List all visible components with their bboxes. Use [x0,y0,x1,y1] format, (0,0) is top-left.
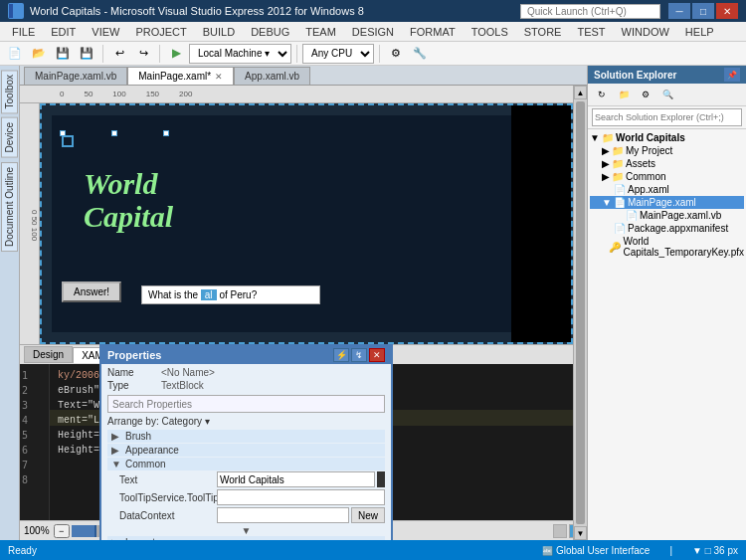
properties-sort-button[interactable]: ⚡ [333,348,349,362]
redo-button[interactable]: ↪ [132,44,154,64]
props-datacontext-input[interactable] [217,507,349,523]
tree-common[interactable]: ▶ 📁 Common [590,170,744,183]
global-user-interface-label: 🔤 Global User Interface [542,545,650,556]
new-project-button[interactable]: 📄 [4,44,26,64]
solution-search-input[interactable] [592,108,742,126]
props-tooltip-row: ToolTipService.ToolTip [107,489,385,505]
black-area [511,105,571,342]
props-section-layout[interactable]: ▶ Layout [107,536,385,540]
scroll-up-button[interactable]: ▲ [574,86,587,99]
solution-explorer-title[interactable]: Solution Explorer 📌 [588,66,746,84]
sol-btn-3[interactable]: ⚙ [636,86,655,103]
properties-label: Properties [107,349,161,361]
save-all-button[interactable]: 💾 [76,44,97,64]
menu-debug[interactable]: DEBUG [243,24,297,40]
handle-tc[interactable] [111,130,117,136]
design-canvas[interactable]: 050100150200 0 50 100 WorldCapital [20,86,587,344]
tool1[interactable]: ⚙ [385,44,407,64]
handle-tr[interactable] [163,130,169,136]
minimize-button[interactable]: ─ [668,3,690,19]
sol-btn-2[interactable]: 📁 [614,86,634,103]
zoom-level: 100% [24,525,50,536]
common-toggle-icon: ▼ [111,459,121,469]
props-type-value: TextBlock [161,380,385,391]
scroll-down-button[interactable]: ▼ [574,526,587,540]
tree-mainpage-vb[interactable]: 📄 MainPage.xaml.vb [590,209,744,222]
text-selection-box[interactable]: WorldCapital [62,135,74,147]
window-controls: ─ □ ✕ [668,3,738,19]
document-outline-tab[interactable]: Document Outline [1,162,18,252]
tab-design[interactable]: Design [24,346,73,363]
code-line-1: ky/2006" [58,368,105,383]
target-dropdown[interactable]: Local Machine ▾ [189,44,291,64]
tree-package[interactable]: 📄 Package.appxmanifest [590,222,744,235]
quick-launch-input[interactable] [520,4,660,19]
appearance-toggle-icon: ▶ [111,445,121,456]
tree-my-project[interactable]: ▶ 📁 My Project [590,144,744,157]
tool2[interactable]: 🔧 [409,44,431,64]
device-tab[interactable]: Device [1,117,18,158]
close-button[interactable]: ✕ [716,3,738,19]
properties-search-input[interactable] [107,395,385,413]
menu-file[interactable]: FILE [4,24,43,40]
menu-window[interactable]: WINDOW [614,24,677,40]
main-layout: Toolbox Device Document Outline MainPage… [0,66,746,540]
sol-btn-1[interactable]: ↻ [592,86,612,103]
tab-app-xaml-vb[interactable]: App.xaml.vb [234,67,310,85]
appearance-label: Appearance [125,445,179,456]
sol-btn-4[interactable]: 🔍 [657,86,677,103]
properties-close-button[interactable]: ✕ [369,348,385,362]
props-section-common[interactable]: ▼ Common [107,458,385,470]
tab-close-icon[interactable]: ✕ [215,72,223,82]
menu-test[interactable]: TEST [569,24,613,40]
tree-root[interactable]: ▼ 📁 World Capitals [590,131,744,144]
menu-view[interactable]: VIEW [84,24,127,40]
menu-help[interactable]: HELP [677,24,722,40]
props-text-label: Text [107,474,217,485]
package-icon: 📄 [614,223,626,234]
properties-title-bar[interactable]: Properties ⚡ ↯ ✕ [101,346,391,364]
menu-design[interactable]: DESIGN [344,24,402,40]
maximize-button[interactable]: □ [692,3,714,19]
menu-build[interactable]: BUILD [195,24,243,40]
zoom-out-button[interactable]: − [54,524,70,538]
properties-event-button[interactable]: ↯ [351,348,367,362]
save-button[interactable]: 💾 [52,44,74,64]
tree-mainpage-xaml[interactable]: ▼ 📄 MainPage.xaml [590,196,744,209]
common-icon: 📁 [612,171,624,182]
open-button[interactable]: 📂 [28,44,50,64]
tab-mainpage-vb[interactable]: MainPage.xaml.vb [24,67,127,85]
new-button[interactable]: New [351,507,385,523]
props-section-brush[interactable]: ▶ Brush [107,430,385,443]
props-section-appearance[interactable]: ▶ Appearance [107,444,385,457]
tree-assets[interactable]: ▶ 📁 Assets [590,157,744,170]
undo-button[interactable]: ↩ [108,44,130,64]
props-expand-more[interactable]: ▼ [107,525,385,536]
status-ready: Ready [8,545,37,556]
menu-store[interactable]: STORE [516,24,570,40]
app-canvas[interactable]: WorldCapital Answer! What is the al of P… [52,115,511,332]
menu-project[interactable]: PROJECT [127,24,194,40]
pin-button[interactable]: 📌 [724,68,740,82]
mainpage-vb-icon: 📄 [626,210,638,221]
scroll-thumb[interactable] [576,101,585,524]
menu-edit[interactable]: EDIT [43,24,84,40]
answer-button[interactable]: Answer! [62,281,121,302]
solution-search [588,106,746,129]
toolbox-tab[interactable]: Toolbox [1,70,18,113]
props-text-input[interactable] [217,471,375,487]
menu-tools[interactable]: TOOLS [464,24,516,40]
props-tooltip-label: ToolTipService.ToolTip [107,492,217,503]
props-tooltip-input[interactable] [217,489,385,505]
tab-mainpage-xaml[interactable]: MainPage.xaml* ✕ [127,67,234,85]
config-dropdown[interactable]: Any CPU [302,44,374,64]
menu-team[interactable]: TEAM [297,24,344,40]
vertical-scrollbar[interactable]: ▲ ▼ [573,86,587,540]
handle-tl[interactable] [60,130,66,136]
text-dot [377,471,385,487]
tree-app-xaml[interactable]: 📄 App.xaml [590,183,744,196]
tree-temp-key[interactable]: 🔑 World Capitals_TemporaryKey.pfx [590,235,744,259]
menu-format[interactable]: FORMAT [402,24,464,40]
props-arrange[interactable]: Arrange by: Category ▾ [107,416,385,427]
start-button[interactable]: ▶ [165,44,187,64]
